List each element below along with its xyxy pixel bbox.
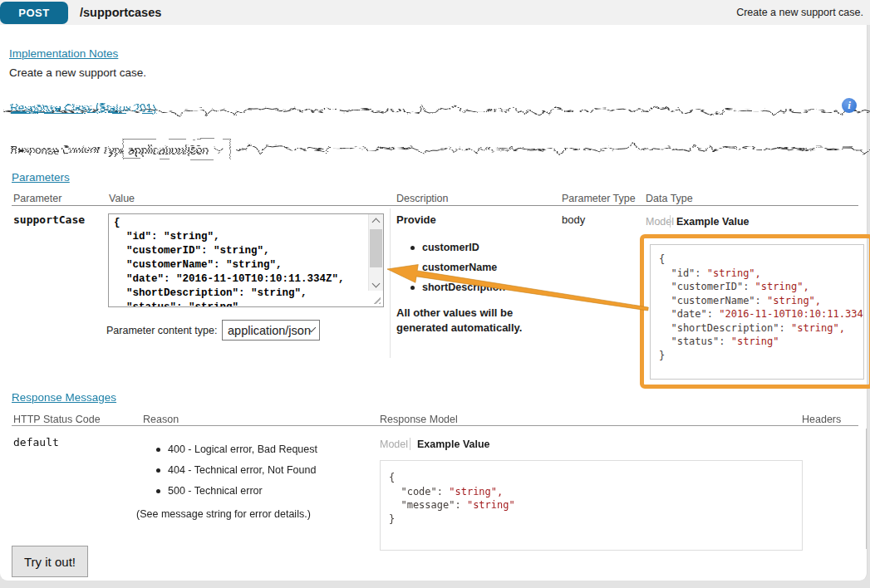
bullet-icon [410,286,415,290]
parameter-value-json: { "id": "string", "customerID": "string"… [114,216,345,307]
implementation-notes-text: Create a new support case. [9,66,146,79]
implementation-notes-heading: Implementation Notes [9,47,118,60]
torn-section-response-class: Response Class (Status 201) [0,95,870,121]
status-code-default: default [13,436,59,448]
scrollbar-thumb[interactable] [370,229,382,267]
chevron-down-icon [372,279,381,287]
response-tab-example-value[interactable]: Example Value [417,439,490,450]
swagger-operation-page: POST /supportcases Create a new support … [0,0,870,588]
response-content-type-label: Response Content Type: [9,143,128,155]
col-data-type: Data Type [646,193,693,204]
response-tab-model[interactable]: Model [380,439,408,450]
response-messages-heading: Response Messages [12,391,116,404]
bullet-icon [410,266,415,270]
chevron-up-icon [372,218,381,227]
response-messages-header-rule [12,425,858,426]
operation-header-bar: POST /supportcases Create a new support … [0,0,870,25]
textarea-scrollbar[interactable] [368,214,383,291]
parameter-type-value: body [562,213,585,226]
description-intro: Provide [396,213,436,226]
list-item: shortDescription [410,282,505,293]
list-item: customerID [410,242,505,253]
tab-example-value[interactable]: Example Value [676,216,750,228]
parameters-heading: Parameters [12,171,70,184]
response-content-type-select[interactable]: application/json [121,138,229,159]
info-icon: i [842,98,857,113]
operation-summary: Create a new support case. [736,7,863,18]
panel-right-edge [866,429,867,549]
description-column-separator [390,208,391,358]
response-class-heading: Response Class (Status 201) [9,100,155,113]
try-it-out-button[interactable]: Try it out! [12,546,88,577]
bullet-icon [410,246,415,250]
list-item: 400 - Logical error, Bad Request [156,443,317,455]
col-http-status-code: HTTP Status Code [13,414,101,425]
tab-separator [670,215,671,228]
col-parameter-type: Parameter Type [562,193,636,204]
col-response-model: Response Model [380,414,458,425]
col-parameter: Parameter [13,193,61,204]
http-method-badge[interactable]: POST [0,2,68,24]
reason-note: (See message string for error details.) [136,508,311,520]
parameter-content-type-select[interactable]: application/json [222,320,320,341]
col-description: Description [396,193,449,204]
endpoint-path[interactable]: /supportcases [80,6,161,19]
parameters-header-rule [12,205,858,206]
parameter-content-type-value: application/json [228,324,311,337]
col-headers: Headers [802,414,841,425]
list-item: 500 - Technical error [156,485,317,497]
torn-section-response-content-type: Response Content Type: application/json [0,133,870,163]
list-item: 404 - Technical error, Not Found [156,464,317,476]
bullet-icon [156,468,160,473]
col-value: Value [109,193,135,204]
description-outro: All other values will be generated autom… [396,306,531,336]
response-model-codebox: { "code": "string", "message": "string"} [380,460,803,551]
response-content-type-value: application/json [127,142,208,155]
textarea-resize-grip[interactable] [372,296,381,304]
bullet-icon [156,489,160,493]
bullet-icon [156,448,160,452]
tab-separator [410,438,410,450]
parameter-value-textarea[interactable]: { "id": "string", "customerID": "string"… [108,213,384,307]
col-reason: Reason [143,414,179,425]
annotation-highlight-box [640,234,870,389]
list-item: customerName [410,262,505,273]
scroll-up-button[interactable] [369,214,383,228]
parameter-name: supportCase [13,213,85,226]
chevron-down-icon [213,142,222,151]
parameter-content-type-label: Parameter content type: [106,325,217,336]
reason-list: 400 - Logical error, Bad Request404 - Te… [156,443,317,506]
scroll-down-button[interactable] [369,277,383,291]
description-bullet-list: customerIDcustomerNameshortDescription [410,242,505,301]
